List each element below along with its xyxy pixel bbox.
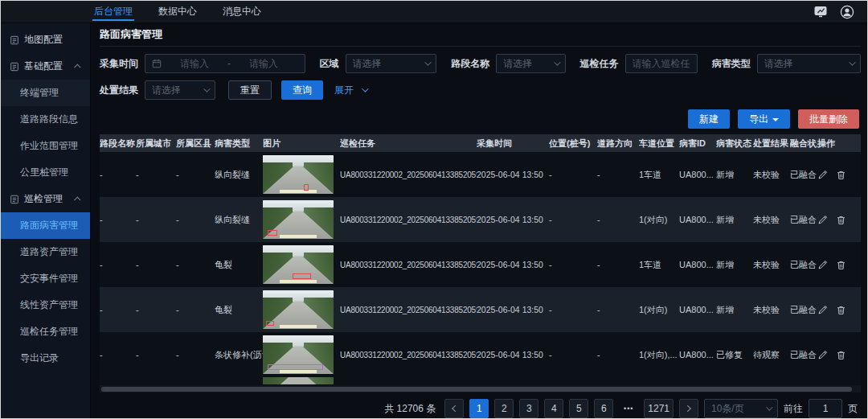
delete-icon[interactable]: [836, 305, 846, 315]
table-cell: -: [176, 305, 215, 314]
goto-label: 前往: [784, 402, 803, 416]
road-photo[interactable]: [263, 335, 334, 374]
road-photo[interactable]: [263, 377, 334, 384]
page-button[interactable]: 1271: [644, 399, 674, 418]
page-list: 1 2 3 4 5 6 ••• 1271: [469, 399, 674, 418]
delete-icon[interactable]: [836, 260, 846, 270]
table-cell: -: [100, 215, 136, 224]
sidebar-item[interactable]: 道路资产管理: [1, 239, 90, 265]
edit-icon[interactable]: [817, 350, 828, 360]
export-button[interactable]: 导出: [738, 109, 790, 129]
task-input[interactable]: [633, 58, 690, 69]
edit-icon[interactable]: [817, 305, 828, 315]
photo-cell: [263, 245, 340, 284]
table-cell: -: [176, 215, 215, 224]
road-photo[interactable]: [263, 245, 334, 284]
batch-delete-button[interactable]: 批量删除: [798, 109, 859, 129]
page-button[interactable]: 3: [519, 399, 538, 418]
task-input-box: [625, 54, 698, 73]
table-cell: 未校验: [753, 259, 790, 271]
page-button[interactable]: 2: [494, 399, 514, 418]
sidebar-item[interactable]: 路面病害管理: [1, 212, 90, 239]
sidebar-item[interactable]: 公里桩管理: [1, 159, 90, 186]
result-select[interactable]: 请选择: [145, 80, 215, 100]
chevron-down-icon: [766, 404, 772, 410]
total-count: 共 12706 条: [384, 402, 436, 416]
sidebar-item[interactable]: 导出记录: [1, 345, 90, 372]
table-cell: UA800331220002_20250604133852059: [340, 306, 477, 314]
page-button[interactable]: 1: [469, 399, 489, 418]
scrollbar-thumb[interactable]: [101, 387, 852, 392]
table-cell: 新增: [716, 304, 753, 316]
table-row: ---龟裂UA800331220002_20250604133852059202…: [100, 242, 861, 287]
prev-page-button[interactable]: [444, 399, 464, 418]
task-label: 巡检任务: [580, 57, 619, 71]
page-size-select[interactable]: 10条/页: [704, 399, 778, 418]
sidebar-item-label: 作业范围管理: [20, 139, 78, 153]
disease-type-label: 病害类型: [712, 57, 751, 71]
chevron-down-icon: [362, 85, 368, 92]
delete-icon[interactable]: [836, 350, 846, 360]
sidebar-item[interactable]: 道路路段信息: [1, 106, 90, 133]
photo-cell: [263, 335, 340, 374]
sidebar-item[interactable]: 终端管理: [1, 80, 90, 106]
search-button[interactable]: 查询: [281, 80, 323, 100]
page-button[interactable]: 5: [569, 399, 588, 418]
logo-space: [1, 1, 81, 23]
photo-watermark: [280, 235, 317, 238]
road-photo[interactable]: [263, 200, 334, 239]
table-cell: -: [549, 350, 597, 359]
column-header: 道路方向: [597, 138, 639, 150]
nav-tabs: 后台管理 数据中心 消息中心: [81, 1, 274, 23]
detection-box: [268, 230, 276, 236]
sidebar-item[interactable]: 作业范围管理: [1, 133, 90, 159]
table-cell: 已融合: [790, 214, 817, 226]
start-date-input[interactable]: [165, 58, 224, 69]
sidebar-item-label: 终端管理: [20, 86, 59, 100]
column-header: 病害类型: [215, 138, 263, 150]
sidebar-item[interactable]: 基础配置: [1, 53, 90, 80]
nav-tab[interactable]: 后台管理: [81, 1, 145, 23]
table-cell: 1(对向): [639, 304, 679, 316]
screen-monitor-icon[interactable]: [813, 6, 829, 18]
nav-tab[interactable]: 数据中心: [145, 1, 210, 23]
page-button[interactable]: 6: [594, 399, 613, 418]
table-cell: 1(对向): [639, 214, 679, 226]
road-name-select[interactable]: 请选择: [496, 54, 565, 73]
road-photo[interactable]: [263, 290, 334, 329]
table-cell: 未校验: [753, 214, 790, 226]
road-photo[interactable]: [263, 155, 334, 194]
table-row: ---龟裂UA800331220002_20250604133852059202…: [100, 287, 861, 332]
edit-icon[interactable]: [817, 260, 828, 270]
disease-type-select[interactable]: 请选择: [757, 54, 861, 73]
expand-link[interactable]: 展开: [334, 84, 366, 97]
edit-icon[interactable]: [817, 215, 828, 225]
sidebar-item[interactable]: 巡检任务管理: [1, 318, 90, 345]
reset-button[interactable]: 重置: [228, 80, 272, 100]
menu-doc-icon: [10, 195, 19, 204]
detection-box: [266, 321, 274, 326]
end-date-input[interactable]: [234, 58, 293, 69]
goto-page-input[interactable]: [809, 399, 842, 418]
sidebar-item[interactable]: 线性资产管理: [1, 292, 90, 318]
delete-icon[interactable]: [836, 215, 846, 225]
region-select[interactable]: 请选择: [346, 54, 437, 73]
page-button[interactable]: 4: [544, 399, 563, 418]
detection-box: [268, 364, 323, 370]
create-button[interactable]: 新建: [688, 109, 730, 129]
collect-time-range[interactable]: -: [145, 54, 305, 73]
edit-icon[interactable]: [817, 170, 828, 180]
sidebar-item[interactable]: 巡检管理: [1, 186, 90, 212]
user-avatar-icon[interactable]: [840, 5, 854, 19]
next-page-button[interactable]: [679, 399, 698, 418]
sidebar-item[interactable]: 地图配置: [1, 27, 90, 53]
column-header: 操作: [817, 138, 859, 150]
sidebar-item[interactable]: 交安事件管理: [1, 265, 90, 292]
sidebar-item-label: 巡检管理: [24, 192, 63, 206]
page-button[interactable]: •••: [619, 399, 638, 418]
operations-cell: [817, 215, 859, 225]
table-cell: -: [100, 260, 136, 269]
delete-icon[interactable]: [836, 170, 846, 180]
nav-tab[interactable]: 消息中心: [210, 1, 274, 23]
horizontal-scrollbar[interactable]: [100, 385, 861, 392]
